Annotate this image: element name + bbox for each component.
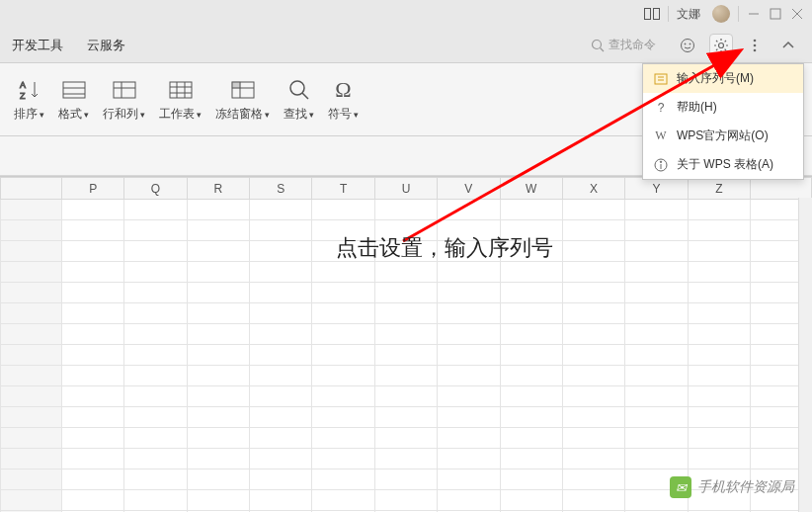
col-header[interactable]: Y [625,178,688,200]
cell[interactable] [562,490,624,511]
cell[interactable] [438,428,500,449]
cell[interactable] [562,262,624,283]
cell[interactable] [500,428,562,449]
cell[interactable] [688,407,750,428]
cell[interactable] [500,490,562,511]
cell[interactable] [62,262,124,283]
col-header[interactable]: Q [124,178,187,200]
cell[interactable] [500,407,562,428]
cell[interactable] [500,449,562,469]
cell[interactable] [250,407,312,428]
cell[interactable] [438,345,500,366]
cell[interactable] [688,241,750,262]
cell[interactable] [374,386,437,407]
menu-help[interactable]: ? 帮助(H) [643,93,803,122]
symbol-button[interactable]: Ω 符号▾ [328,76,359,123]
col-header[interactable]: S [250,178,312,200]
cell[interactable] [625,449,688,469]
cell[interactable] [688,303,750,324]
format-button[interactable]: 格式▾ [58,76,89,123]
cell[interactable] [500,283,562,303]
cell[interactable] [438,366,500,386]
cell[interactable] [625,324,688,345]
cell[interactable] [312,200,374,220]
row-header[interactable] [1,200,62,220]
gear-icon[interactable] [709,34,733,57]
cell[interactable] [124,303,187,324]
vertical-scrollbar[interactable] [798,198,812,512]
cell[interactable] [124,386,187,407]
cell[interactable] [62,220,124,241]
cell[interactable] [312,283,374,303]
cell[interactable] [500,324,562,345]
cell[interactable] [688,283,750,303]
cell[interactable] [625,262,688,283]
tab-dev[interactable]: 开发工具 [12,33,63,58]
cell[interactable] [562,283,624,303]
cell[interactable] [625,283,688,303]
col-header[interactable]: P [62,178,124,200]
cell[interactable] [250,490,312,511]
username[interactable]: 文娜 [677,6,700,23]
col-header[interactable]: V [438,178,500,200]
cell[interactable] [62,324,124,345]
cell[interactable] [625,386,688,407]
cell[interactable] [62,241,124,262]
cell[interactable] [124,366,187,386]
col-header[interactable]: U [374,178,437,200]
cell[interactable] [438,490,500,511]
sort-button[interactable]: AZ 排序▾ [14,76,44,123]
cell[interactable] [124,283,187,303]
row-header[interactable] [1,220,62,241]
row-header[interactable] [1,283,62,303]
cell[interactable] [688,324,750,345]
cell[interactable] [187,449,249,469]
cell[interactable] [374,407,437,428]
cell[interactable] [688,345,750,366]
cell[interactable] [374,200,437,220]
cell[interactable] [625,345,688,366]
cell[interactable] [374,449,437,469]
cell[interactable] [562,366,624,386]
cell[interactable] [562,345,624,366]
cell[interactable] [62,469,124,490]
spreadsheet-grid[interactable]: PQRSTUVWXYZ [0,176,812,512]
cell[interactable] [688,220,750,241]
cell[interactable] [250,324,312,345]
cell[interactable] [625,428,688,449]
cell[interactable] [374,262,437,283]
cell[interactable] [250,241,312,262]
cell[interactable] [312,366,374,386]
cell[interactable] [250,200,312,220]
cell[interactable] [124,200,187,220]
collapse-icon[interactable] [776,34,800,57]
row-header[interactable] [1,262,62,283]
cell[interactable] [312,345,374,366]
cell[interactable] [312,449,374,469]
cell[interactable] [500,366,562,386]
cell[interactable] [562,407,624,428]
cell[interactable] [562,428,624,449]
cell[interactable] [438,469,500,490]
cell[interactable] [688,366,750,386]
cell[interactable] [438,200,500,220]
cell[interactable] [625,303,688,324]
cell[interactable] [62,428,124,449]
cell[interactable] [625,407,688,428]
cell[interactable] [187,283,249,303]
cell[interactable] [688,262,750,283]
cell[interactable] [187,490,249,511]
minimize-button[interactable] [747,7,761,21]
maximize-button[interactable] [769,7,782,21]
cell[interactable] [500,469,562,490]
row-header[interactable] [1,303,62,324]
cell[interactable] [250,283,312,303]
cell[interactable] [187,366,249,386]
cell[interactable] [124,241,187,262]
cell[interactable] [625,241,688,262]
col-header[interactable]: Z [688,178,750,200]
cell[interactable] [187,200,249,220]
cell[interactable] [62,386,124,407]
row-header[interactable] [1,345,62,366]
cell[interactable] [374,366,437,386]
